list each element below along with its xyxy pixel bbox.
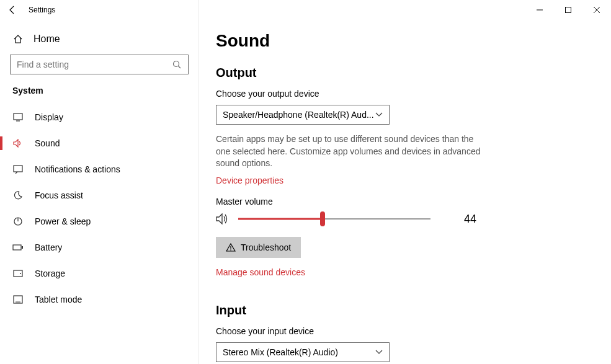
titlebar: Settings [0, 0, 611, 20]
maximize-button[interactable] [554, 0, 582, 20]
power-icon [12, 216, 24, 226]
input-choose-label: Choose your input device [216, 326, 594, 336]
output-heading: Output [216, 66, 594, 80]
slider-thumb[interactable] [320, 211, 325, 226]
close-button[interactable] [582, 0, 611, 20]
search-icon [172, 60, 181, 69]
svg-point-18 [230, 249, 231, 251]
home-button[interactable]: Home [0, 27, 198, 51]
svg-rect-1 [566, 7, 571, 13]
slider-fill [238, 218, 323, 220]
section-title: System [0, 86, 198, 104]
output-device-dropdown[interactable]: Speaker/Headphone (Realtek(R) Aud... [216, 105, 390, 125]
svg-line-5 [179, 66, 181, 69]
svg-point-4 [174, 61, 179, 67]
input-device-value: Stereo Mix (Realtek(R) Audio) [223, 347, 338, 357]
output-description: Certain apps may be set up to use differ… [216, 133, 489, 170]
chevron-down-icon [375, 112, 383, 117]
svg-point-14 [20, 273, 21, 274]
speaker-icon[interactable] [216, 213, 230, 224]
battery-icon [12, 244, 24, 251]
svg-rect-12 [22, 246, 23, 249]
sidebar-item-label: Tablet mode [35, 295, 82, 304]
chevron-down-icon [375, 350, 383, 355]
tablet-icon [12, 295, 24, 304]
svg-rect-6 [14, 113, 22, 120]
input-device-dropdown[interactable]: Stereo Mix (Realtek(R) Audio) [216, 342, 390, 362]
display-icon [12, 113, 24, 122]
sidebar-item-sound[interactable]: Sound [0, 130, 198, 156]
master-volume-label: Master volume [216, 197, 594, 206]
sidebar-item-battery[interactable]: Battery [0, 234, 198, 260]
sidebar-item-storage[interactable]: Storage [0, 260, 198, 286]
content-area: Sound Output Choose your output device S… [198, 20, 611, 364]
troubleshoot-button[interactable]: Troubleshoot [216, 237, 301, 258]
svg-rect-8 [14, 166, 22, 172]
output-choose-label: Choose your output device [216, 89, 594, 99]
page-title: Sound [216, 31, 594, 51]
search-input[interactable] [10, 55, 189, 74]
sidebar-item-label: Storage [35, 269, 65, 278]
svg-rect-11 [13, 245, 21, 250]
sound-icon [12, 139, 24, 148]
home-icon [12, 34, 24, 44]
sidebar-item-focus-assist[interactable]: Focus assist [0, 182, 198, 208]
sidebar-item-label: Display [35, 112, 63, 122]
sidebar-item-label: Battery [35, 242, 62, 252]
sidebar-item-label: Focus assist [35, 190, 83, 200]
input-heading: Input [216, 303, 594, 317]
moon-icon [12, 190, 24, 200]
warning-icon [226, 243, 236, 252]
troubleshoot-label: Troubleshoot [241, 242, 291, 252]
sidebar-item-label: Power & sleep [35, 216, 91, 226]
home-label: Home [33, 33, 60, 45]
output-device-value: Speaker/Headphone (Realtek(R) Aud... [223, 110, 374, 120]
sidebar-item-display[interactable]: Display [0, 104, 198, 130]
sidebar-item-tablet-mode[interactable]: Tablet mode [0, 286, 198, 313]
volume-value: 44 [464, 213, 476, 226]
sidebar-item-power-sleep[interactable]: Power & sleep [0, 208, 198, 234]
volume-slider[interactable] [238, 213, 430, 225]
device-properties-link[interactable]: Device properties [216, 175, 283, 185]
back-icon[interactable] [7, 5, 17, 15]
storage-icon [12, 270, 24, 277]
sidebar-item-notifications[interactable]: Notifications & actions [0, 156, 198, 182]
manage-sound-devices-link[interactable]: Manage sound devices [216, 267, 305, 277]
sidebar-item-label: Notifications & actions [35, 164, 120, 174]
sidebar: Home System Display Sound Notifications … [0, 20, 198, 364]
sidebar-item-label: Sound [35, 138, 60, 148]
minimize-button[interactable] [525, 0, 554, 20]
notifications-icon [12, 165, 24, 174]
window-title: Settings [29, 6, 55, 14]
